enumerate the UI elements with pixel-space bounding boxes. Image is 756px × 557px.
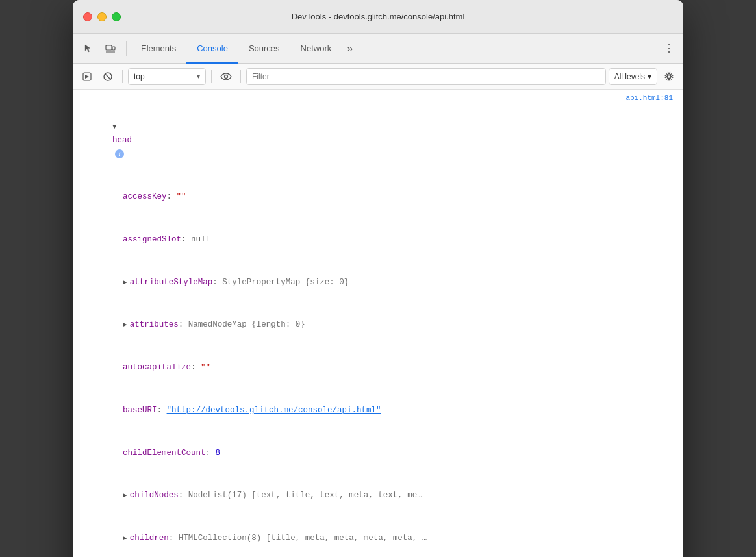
expand-toggle-childNodes[interactable]: ▶ [123, 491, 127, 499]
inspect-element-button[interactable] [78, 38, 99, 59]
filter-input[interactable] [246, 68, 606, 85]
info-icon[interactable]: i [115, 149, 124, 158]
svg-marker-4 [85, 75, 89, 79]
device-icon [105, 43, 116, 54]
log-level-selector[interactable]: All levels ▾ [609, 68, 657, 85]
no-icon [103, 71, 113, 82]
toolbar-separator [122, 70, 123, 83]
prop-children: ▶children: HTMLCollection(8) [title, met… [73, 517, 683, 557]
devtools-tab-bar: Elements Console Sources Network » ⋮ [73, 34, 683, 64]
expand-toggle-attributes[interactable]: ▶ [123, 321, 127, 328]
toolbar-separator-2 [211, 70, 212, 83]
console-output: api.html:81 ▼ head i accessKey: "" assig… [73, 90, 683, 557]
prop-accessKey: accessKey: "" [73, 176, 683, 219]
maximize-button[interactable] [112, 12, 121, 21]
expand-toggle-children[interactable]: ▶ [123, 534, 127, 542]
tab-network[interactable]: Network [290, 34, 342, 64]
prop-autocapitalize: autocapitalize: "" [73, 347, 683, 390]
context-selector[interactable]: top ▾ [128, 68, 206, 85]
level-chevron-icon: ▾ [648, 72, 651, 81]
prop-assignedSlot: assignedSlot: null [73, 219, 683, 262]
prop-attributes: ▶attributes: NamedNodeMap {length: 0} [73, 304, 683, 347]
clear-console-button[interactable] [99, 68, 117, 86]
minimize-button[interactable] [97, 12, 107, 21]
tab-sources[interactable]: Sources [238, 34, 290, 64]
source-link[interactable]: api.html:81 [73, 90, 683, 106]
svg-line-6 [105, 73, 110, 79]
execute-icon [82, 72, 92, 81]
svg-rect-0 [106, 45, 112, 50]
devtools-menu-button[interactable]: ⋮ [660, 40, 678, 58]
live-expression-button[interactable] [217, 68, 235, 86]
tab-separator [126, 41, 127, 56]
device-toggle-button[interactable] [100, 38, 121, 59]
eye-icon [220, 73, 232, 80]
prop-childNodes: ▶childNodes: NodeList(17) [text, title, … [73, 475, 683, 517]
cursor-icon [83, 43, 94, 54]
console-settings-button[interactable] [660, 68, 678, 86]
titlebar: DevTools - devtools.glitch.me/console/ap… [73, 0, 683, 34]
tab-console[interactable]: Console [186, 34, 238, 64]
object-name[interactable]: head [112, 136, 132, 145]
expand-toggle[interactable]: ▼ [112, 123, 117, 130]
toolbar-separator-3 [240, 70, 241, 83]
expand-toggle-attributeStyleMap[interactable]: ▶ [123, 278, 127, 286]
window-title: DevTools - devtools.glitch.me/console/ap… [292, 12, 465, 21]
execute-button[interactable] [78, 68, 96, 86]
console-toolbar: top ▾ All levels ▾ [73, 64, 683, 90]
devtools-window: DevTools - devtools.glitch.me/console/ap… [73, 0, 683, 557]
prop-baseURI: baseURI: "http://devtools.glitch.me/cons… [73, 390, 683, 432]
tab-elements[interactable]: Elements [131, 34, 186, 64]
svg-rect-1 [112, 47, 115, 50]
chevron-down-icon: ▾ [197, 73, 200, 80]
root-object-line: ▼ head i [73, 106, 683, 176]
traffic-lights [83, 12, 121, 21]
close-button[interactable] [83, 12, 92, 21]
gear-icon [664, 71, 674, 82]
prop-attributeStyleMap: ▶attributeStyleMap: StylePropertyMap {si… [73, 261, 683, 304]
svg-point-7 [225, 75, 228, 78]
more-tabs-button[interactable]: » [342, 34, 358, 64]
prop-childElementCount: childElementCount: 8 [73, 432, 683, 475]
